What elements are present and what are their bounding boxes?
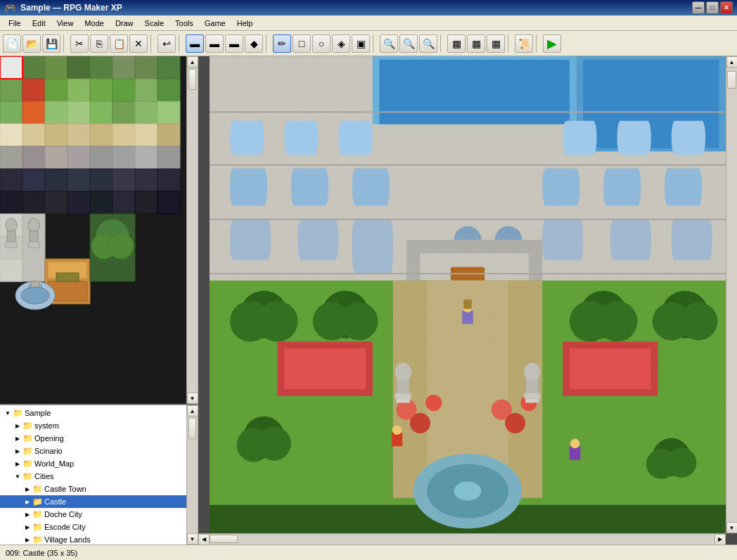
tree-label-worldmap: World_Map (34, 459, 74, 468)
svg-rect-12 (90, 79, 113, 101)
menu-draw[interactable]: Draw (110, 18, 139, 29)
zoom-normal[interactable]: 🔍 (380, 34, 398, 53)
map-vscroll-track[interactable] (726, 68, 737, 522)
menu-view[interactable]: View (51, 18, 79, 29)
tileset-scroll-thumb[interactable] (188, 69, 196, 90)
menu-mode[interactable]: Mode (79, 18, 110, 29)
expand-doche-city[interactable]: ▶ (23, 509, 32, 519)
svg-rect-27 (68, 124, 90, 146)
map-area[interactable]: ▲ ▼ ◀ ▶ (198, 56, 737, 545)
tree-scroll-down[interactable]: ▼ (187, 533, 198, 545)
close-button[interactable]: ✕ (720, 1, 733, 14)
minimize-button[interactable]: — (692, 1, 705, 14)
maximize-button[interactable]: □ (706, 1, 719, 14)
expand-castle-town[interactable]: ▶ (23, 484, 32, 494)
tree-item-opening[interactable]: ▶ 📁 Opening (0, 432, 198, 445)
map-vscroll-up[interactable]: ▲ (726, 56, 738, 68)
ellipse-button[interactable]: ○ (312, 34, 331, 53)
map-canvas[interactable] (210, 56, 726, 533)
tree-item-sample[interactable]: ▼ 📁 Sample (0, 407, 198, 419)
map-tree-scrollbar[interactable]: ▲ ▼ (186, 405, 198, 545)
map-hscroll-thumb[interactable] (210, 535, 238, 543)
map-hscroll[interactable]: ◀ ▶ (198, 533, 726, 545)
layer1-button[interactable]: ▬ (186, 34, 204, 53)
zoom-in[interactable]: 🔍 (399, 34, 418, 53)
expand-village-lands[interactable]: ▶ (23, 535, 32, 545)
svg-rect-58 (0, 259, 23, 281)
paste-button[interactable]: 📋 (110, 34, 128, 53)
expand-system[interactable]: ▶ (13, 421, 23, 431)
map-edit[interactable]: ▦ (487, 34, 505, 53)
svg-rect-35 (68, 146, 90, 169)
tree-item-castle[interactable]: ▶ 📁 Castle (0, 495, 198, 508)
undo-button[interactable]: ↩ (158, 34, 176, 53)
menu-game[interactable]: Game (199, 18, 231, 29)
separator-8 (536, 34, 540, 53)
copy-button[interactable]: ⎘ (90, 34, 108, 53)
script-button[interactable]: 📜 (515, 34, 533, 53)
menu-tools[interactable]: Tools (169, 18, 199, 29)
expand-opening[interactable]: ▶ (13, 433, 23, 443)
cut-button[interactable]: ✂ (70, 34, 89, 53)
svg-rect-36 (90, 146, 113, 169)
map-vscroll-thumb[interactable] (727, 71, 736, 89)
svg-rect-11 (68, 79, 90, 101)
svg-rect-20 (90, 101, 113, 124)
expand-cities[interactable]: ▼ (13, 471, 23, 481)
tree-item-village-lands[interactable]: ▶ 📁 Village Lands (0, 533, 198, 545)
svg-rect-53 (113, 191, 135, 214)
map-props[interactable]: ▦ (447, 34, 466, 53)
expand-scinario[interactable]: ▶ (13, 446, 23, 456)
play-button[interactable]: ▶ (543, 34, 561, 53)
expand-escode-city[interactable]: ▶ (23, 522, 32, 532)
save-button[interactable]: 💾 (42, 34, 60, 53)
delete-button[interactable]: ✕ (129, 34, 148, 53)
svg-rect-52 (90, 191, 113, 214)
svg-rect-54 (135, 191, 158, 214)
expand-worldmap[interactable]: ▶ (13, 459, 23, 469)
map-vscroll-down[interactable]: ▼ (726, 522, 738, 533)
menu-scale[interactable]: Scale (139, 18, 170, 29)
rect-button[interactable]: □ (293, 34, 311, 53)
tileset-scroll-up[interactable]: ▲ (187, 56, 198, 68)
fill-button[interactable]: ◈ (332, 34, 350, 53)
map-vscroll[interactable]: ▲ ▼ (726, 56, 737, 533)
tree-item-scinario[interactable]: ▶ 📁 Scinario (0, 445, 198, 457)
tree-item-system[interactable]: ▶ 📁 system (0, 419, 198, 432)
tree-item-escode-city[interactable]: ▶ 📁 Escode City (0, 521, 198, 533)
expand-castle[interactable]: ▶ (23, 497, 32, 507)
expand-sample[interactable]: ▼ (3, 408, 13, 418)
select-button[interactable]: ▣ (352, 34, 370, 53)
separator-6 (440, 34, 444, 53)
tree-scroll-track[interactable] (187, 416, 198, 533)
tree-scroll-thumb[interactable] (188, 418, 196, 439)
menu-edit[interactable]: Edit (27, 18, 51, 29)
tree-item-worldmap[interactable]: ▶ 📁 World_Map (0, 457, 198, 470)
tree-label-cities: Cities (34, 472, 54, 481)
separator-4 (266, 34, 270, 53)
map-hscroll-track[interactable] (210, 534, 714, 545)
map-hscroll-left[interactable]: ◀ (198, 534, 210, 545)
zoom-out[interactable]: 🔍 (419, 34, 437, 53)
menu-help[interactable]: Help (231, 18, 259, 29)
svg-rect-38 (135, 146, 158, 169)
event-button[interactable]: ◆ (245, 34, 263, 53)
svg-rect-62 (6, 242, 17, 248)
tree-scroll-up[interactable]: ▲ (187, 405, 198, 416)
tileset-scroll-down[interactable]: ▼ (187, 393, 198, 404)
tree-item-cities[interactable]: ▼ 📁 Cities (0, 470, 198, 483)
tileset-area[interactable]: ▲ ▼ (0, 56, 198, 404)
tileset-scrollbar[interactable]: ▲ ▼ (186, 56, 198, 404)
new-button[interactable]: 📄 (3, 34, 21, 53)
tileset-scroll-track[interactable] (187, 68, 198, 393)
tileset-canvas[interactable] (0, 56, 187, 404)
layer3-button[interactable]: ▬ (225, 34, 243, 53)
pencil-button[interactable]: ✏ (273, 34, 291, 53)
open-button[interactable]: 📂 (23, 34, 41, 53)
layer2-button[interactable]: ▬ (205, 34, 224, 53)
map-hscroll-right[interactable]: ▶ (714, 534, 726, 545)
menu-file[interactable]: File (3, 18, 27, 29)
map-copy[interactable]: ▦ (467, 34, 485, 53)
tree-item-doche-city[interactable]: ▶ 📁 Doche City (0, 508, 198, 521)
tree-item-castle-town[interactable]: ▶ 📁 Castle Town (0, 483, 198, 495)
